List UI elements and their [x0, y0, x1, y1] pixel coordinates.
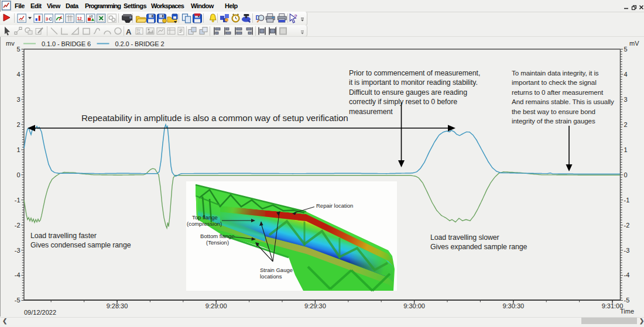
svg-text:C: C — [49, 16, 52, 22]
svg-text:9:30:00: 9:30:00 — [403, 302, 425, 309]
svg-text:-2: -2 — [15, 222, 20, 229]
svg-text:2A: 2A — [137, 31, 141, 35]
svg-text:9:29:30: 9:29:30 — [304, 302, 326, 309]
svg-text:A: A — [126, 27, 132, 36]
svg-text:3: 3 — [46, 16, 49, 22]
svg-text:Top flange: Top flange — [192, 214, 218, 221]
svg-text:mV: mV — [629, 40, 639, 47]
svg-text:-1: -1 — [624, 197, 630, 204]
svg-text:AB: AB — [89, 15, 93, 18]
svg-text:Time: Time — [620, 308, 634, 315]
svg-text:Strain Gauge: Strain Gauge — [260, 267, 293, 273]
svg-text:-3: -3 — [624, 247, 630, 254]
svg-text:4: 4 — [624, 71, 628, 78]
svg-text:Bottom flange: Bottom flange — [200, 233, 235, 239]
svg-text:09/12/2022: 09/12/2022 — [24, 309, 56, 316]
svg-text:0: 0 — [16, 171, 20, 178]
svg-text:1: 1 — [624, 146, 628, 153]
svg-text:12: 12 — [77, 16, 82, 21]
svg-text:-4: -4 — [15, 271, 20, 278]
svg-text:?: ? — [294, 13, 297, 19]
svg-text:9:28:30: 9:28:30 — [107, 302, 128, 309]
svg-text:-5: -5 — [624, 297, 630, 304]
svg-text:5: 5 — [16, 46, 20, 53]
svg-text:mv: mv — [6, 40, 15, 47]
svg-text:0.1.0 - BRIDGE 6: 0.1.0 - BRIDGE 6 — [42, 40, 91, 47]
svg-text:9:29:00: 9:29:00 — [205, 302, 227, 309]
svg-text:-5: -5 — [15, 297, 20, 304]
svg-text:locations: locations — [260, 273, 282, 280]
svg-text:-3: -3 — [15, 247, 20, 254]
svg-text:(Tension): (Tension) — [206, 239, 229, 246]
svg-text:2: 2 — [624, 121, 628, 128]
svg-text:1: 1 — [16, 146, 20, 153]
svg-text:(compression): (compression) — [187, 221, 222, 227]
svg-text:9:30:30: 9:30:30 — [502, 302, 524, 309]
svg-text:-2: -2 — [624, 222, 630, 229]
svg-text:3: 3 — [16, 96, 20, 103]
svg-text:0.2.0 - BRIDGE 2: 0.2.0 - BRIDGE 2 — [115, 40, 165, 47]
svg-text:-4: -4 — [624, 271, 630, 278]
svg-text:4: 4 — [16, 71, 20, 78]
svg-text:Repair location: Repair location — [316, 202, 353, 209]
svg-text:5: 5 — [624, 46, 628, 53]
svg-text:3: 3 — [624, 96, 628, 103]
svg-text:-1: -1 — [15, 197, 20, 204]
svg-text:2: 2 — [16, 121, 20, 128]
svg-text:0: 0 — [624, 171, 628, 178]
